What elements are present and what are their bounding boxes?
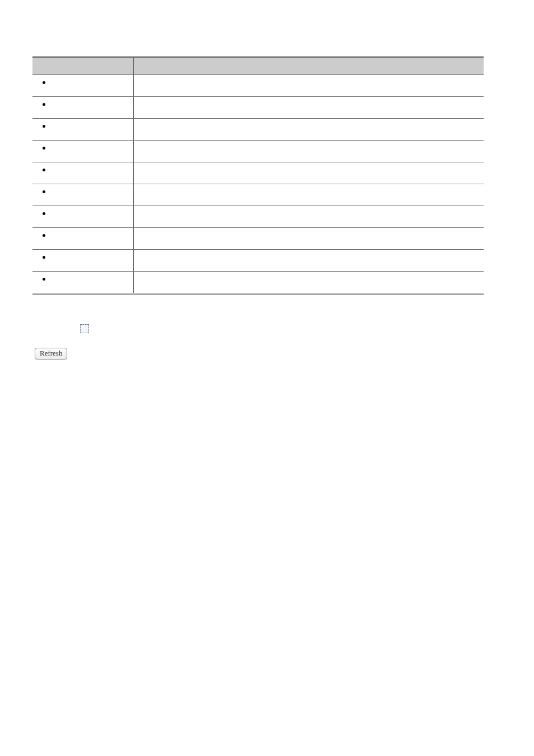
refresh-button[interactable]: Refresh — [35, 348, 67, 360]
table-row — [32, 272, 484, 294]
bullet-icon — [43, 169, 45, 171]
table-cell-right — [133, 97, 484, 119]
table-cell-left — [32, 75, 133, 97]
table-header-row — [32, 57, 484, 75]
checkbox-icon[interactable] — [80, 324, 89, 333]
data-table — [32, 56, 484, 295]
table-row — [32, 250, 484, 272]
table-cell-right — [133, 272, 484, 294]
table-cell-right — [133, 119, 484, 141]
bullet-icon — [43, 103, 45, 106]
table-cell-left — [32, 119, 133, 141]
table-cell-left — [32, 272, 133, 294]
table-row — [32, 97, 484, 119]
table-cell-right — [133, 141, 484, 162]
table-cell-left — [32, 162, 133, 184]
table-row — [32, 206, 484, 228]
table-row — [32, 184, 484, 206]
bullet-icon — [43, 278, 45, 281]
table-cell-left — [32, 228, 133, 250]
table-row — [32, 119, 484, 141]
bullet-icon — [43, 212, 45, 215]
table-cell-left — [32, 141, 133, 162]
checkbox-line — [80, 324, 484, 333]
table-cell-left — [32, 184, 133, 206]
table-header-left — [32, 57, 133, 75]
bullet-icon — [43, 147, 45, 150]
bullet-icon — [43, 256, 45, 259]
table-row — [32, 162, 484, 184]
table-cell-right — [133, 162, 484, 184]
table-row — [32, 141, 484, 162]
controls: Refresh — [32, 324, 484, 360]
bullet-icon — [43, 234, 45, 237]
table-cell-right — [133, 228, 484, 250]
table-cell-left — [32, 97, 133, 119]
table-cell-left — [32, 250, 133, 272]
bullet-icon — [43, 125, 45, 128]
table-cell-right — [133, 206, 484, 228]
table-row — [32, 228, 484, 250]
table-cell-right — [133, 184, 484, 206]
table-cell-right — [133, 75, 484, 97]
table-row — [32, 75, 484, 97]
table-cell-right — [133, 250, 484, 272]
table-cell-left — [32, 206, 133, 228]
bullet-icon — [43, 190, 45, 193]
bullet-icon — [43, 81, 45, 84]
table-header-right — [133, 57, 484, 75]
